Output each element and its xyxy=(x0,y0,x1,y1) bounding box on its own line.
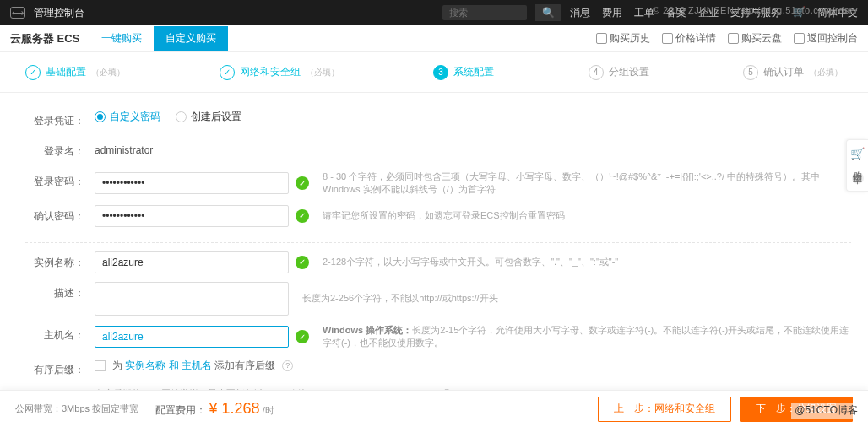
search-input[interactable] xyxy=(442,5,527,20)
disk-icon xyxy=(728,33,739,44)
price-label: 配置费用： xyxy=(155,404,206,416)
tab-quick-buy[interactable]: 一键购买 xyxy=(90,26,154,51)
help-icon[interactable] xyxy=(282,360,293,371)
step-4[interactable]: 4分组设置 xyxy=(589,65,649,80)
logo-icon xyxy=(10,7,25,19)
product-name: 云服务器 ECS xyxy=(10,31,79,46)
nav-fee[interactable]: 费用 xyxy=(602,6,622,20)
watermark-bottom: @51CTO博客 xyxy=(791,403,861,419)
tool-price[interactable]: 价格详情 xyxy=(662,31,716,46)
price-value: ¥ 1.268 xyxy=(209,400,259,417)
footer-bandwidth: 公网带宽：3Mbps 按固定带宽 xyxy=(15,403,138,415)
price-icon xyxy=(662,33,673,44)
console-icon xyxy=(794,33,805,44)
product-bar: 云服务器 ECS 一键购买 自定义购买 购买历史 价格详情 购买云盘 返回控制台 xyxy=(0,25,868,52)
instance-name-input[interactable] xyxy=(95,251,289,273)
price-suffix: /时 xyxy=(263,405,274,415)
tab-custom-buy[interactable]: 自定义购买 xyxy=(154,26,228,51)
suffix-link[interactable]: 实例名称 和 主机名 xyxy=(125,359,214,371)
password-hint: 8 - 30 个字符，必须同时包含三项（大写字母、小写字母、数字、（）'~!@#… xyxy=(323,170,851,197)
check-icon xyxy=(296,209,309,223)
nav-enterprise[interactable]: 企业 xyxy=(698,6,719,20)
nav-cart-icon[interactable]: 🛒 xyxy=(793,6,806,20)
nav-support[interactable]: 支持与服务 xyxy=(730,6,781,20)
radio-dot-icon xyxy=(176,111,187,122)
label-instance-name: 实例名称： xyxy=(25,251,84,270)
radio-custom-password[interactable]: 自定义密码 xyxy=(95,110,160,124)
right-tools: 购买历史 价格详情 购买云盘 返回控制台 xyxy=(596,31,858,46)
label-desc: 描述： xyxy=(25,282,84,300)
radio-dot-icon xyxy=(95,111,106,122)
steps-bar: 基础配置（必填） 网络和安全组（必填） 3系统配置 4分组设置 5确认订单（必填… xyxy=(0,52,868,93)
form-area: 登录凭证： 自定义密码 创建后设置 登录名： administrator 登录密… xyxy=(0,93,868,397)
top-bar: 管理控制台 🔍 消息 费用 工单 备案 企业 支持与服务 🛒 简体中文 xyxy=(0,0,868,25)
step-1[interactable]: 基础配置（必填） xyxy=(25,65,125,80)
cart-label: 购物车 xyxy=(851,164,864,169)
check-icon xyxy=(296,330,309,343)
hostname-hint: Windows 操作系统：长度为2-15个字符，允许使用大小写字母、数字或连字符… xyxy=(323,324,851,350)
top-nav: 消息 费用 工单 备案 企业 支持与服务 🛒 简体中文 xyxy=(570,6,858,20)
nav-msg[interactable]: 消息 xyxy=(570,6,590,20)
cart-badge: 0 xyxy=(852,172,864,184)
confirm-hint: 请牢记您所设置的密码，如遗忘可登录ECS控制台重置密码 xyxy=(323,209,851,222)
tool-history[interactable]: 购买历史 xyxy=(596,31,650,46)
label-suffix: 有序后缀： xyxy=(25,359,84,377)
radio-set-later[interactable]: 创建后设置 xyxy=(176,110,241,124)
history-icon xyxy=(596,33,607,44)
step-3[interactable]: 3系统配置 xyxy=(433,65,494,80)
tool-disk[interactable]: 购买云盘 xyxy=(728,31,782,46)
search-icon[interactable]: 🔍 xyxy=(535,4,561,21)
prev-button[interactable]: 上一步：网络和安全组 xyxy=(598,397,731,422)
desc-hint: 长度为2-256个字符，不能以http://或https://开头 xyxy=(302,292,851,305)
login-name-value: administrator xyxy=(95,140,153,156)
label-login-name: 登录名： xyxy=(25,140,84,159)
confirm-password-input[interactable] xyxy=(95,205,289,227)
cart-icon: 🛒 xyxy=(849,147,865,160)
tool-console[interactable]: 返回控制台 xyxy=(794,31,858,46)
step-5[interactable]: 5确认订单（必填） xyxy=(743,65,843,80)
nav-order[interactable]: 工单 xyxy=(634,6,654,20)
label-credential: 登录凭证： xyxy=(25,110,84,128)
footer-bar: 公网带宽：3Mbps 按固定带宽 配置费用： ¥ 1.268 /时 上一步：网络… xyxy=(0,390,868,427)
label-password: 登录密码： xyxy=(25,170,84,189)
suffix-checkbox[interactable] xyxy=(95,360,106,371)
nav-lang[interactable]: 简体中文 xyxy=(817,6,858,20)
nav-backup[interactable]: 备案 xyxy=(666,6,686,20)
step-2[interactable]: 网络和安全组（必填） xyxy=(220,65,339,80)
label-confirm: 确认密码： xyxy=(25,205,84,224)
label-hostname: 主机名： xyxy=(25,324,84,343)
hostname-input[interactable] xyxy=(95,326,289,348)
cart-widget[interactable]: 🛒 购物车 0 xyxy=(846,139,868,192)
instance-name-hint: 2-128个字符，以大小写字母或中文开头。可包含数字、"."、"_"、":"或"… xyxy=(323,256,851,268)
password-input[interactable] xyxy=(95,172,289,194)
check-icon xyxy=(296,256,309,269)
desc-textarea[interactable] xyxy=(95,282,289,316)
console-title: 管理控制台 xyxy=(34,6,84,20)
check-icon xyxy=(296,176,309,190)
